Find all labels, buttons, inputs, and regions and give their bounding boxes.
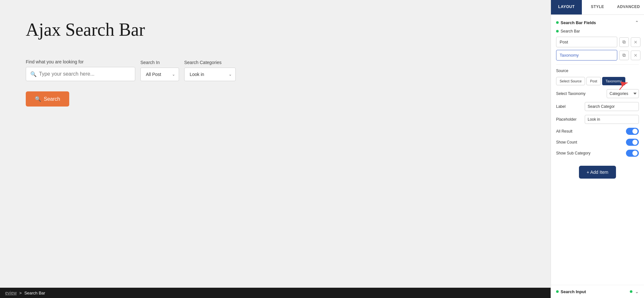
all-result-label: All Result [556, 129, 573, 134]
search-bar-sublabel: Search Bar [556, 29, 639, 33]
label-input[interactable] [585, 102, 639, 111]
placeholder-field-row: Placeholder [556, 115, 639, 124]
show-count-toggle[interactable] [626, 139, 639, 146]
select-taxonomy-select[interactable]: Categories [607, 89, 639, 98]
search-in-dropdown-wrapper: All Post ⌄ [140, 68, 179, 81]
search-in-label: Search In [140, 60, 179, 65]
search-categories-label: Search Categories [184, 60, 236, 65]
post-item-row: ⧉ ✕ [556, 37, 639, 47]
add-item-button[interactable]: + Add Item [579, 166, 616, 179]
taxonomy-item-input[interactable] [556, 50, 617, 61]
panel-tabs: LAYOUT STYLE ADVANCED [551, 0, 644, 15]
all-result-slider [626, 128, 639, 135]
taxonomy-item-row: ⧉ ✕ [556, 50, 639, 61]
label-field-label: Label [556, 104, 565, 109]
search-categories-group: Search Categories Look in ⌄ [184, 60, 236, 81]
source-field-row: Source [556, 69, 639, 73]
add-item-button-label: + Add Item [587, 170, 608, 175]
show-sub-category-label: Show Sub Category [556, 151, 591, 155]
search-input-section-chevron-icon[interactable]: ⌄ [635, 289, 639, 294]
search-button-label: Search [44, 96, 60, 102]
search-field-group: Find what you are looking for 🔍 [26, 59, 135, 81]
select-taxonomy-row: Select Taxonomy Categories [556, 89, 639, 98]
search-in-select[interactable]: All Post [140, 68, 179, 81]
taxonomy-source-button[interactable]: Taxonomy [602, 77, 625, 85]
show-sub-category-toggle[interactable] [626, 150, 639, 157]
search-input[interactable] [26, 67, 135, 81]
breadcrumb-separator: > [19, 291, 22, 295]
taxonomy-remove-button[interactable]: ✕ [631, 51, 640, 60]
search-bar-fields-title: Search Bar Fields [561, 20, 596, 25]
search-button-icon: 🔍 [35, 96, 41, 102]
search-section: Find what you are looking for 🔍 Search I… [26, 59, 525, 107]
search-bar-fields-green-dot [556, 21, 559, 24]
label-field-row: Label [556, 102, 639, 111]
bottom-bar: eview > Search Bar [0, 288, 551, 298]
tab-layout[interactable]: LAYOUT [551, 0, 582, 14]
search-input-section-controls: ⌄ [630, 289, 639, 294]
show-count-row: Show Count [556, 139, 639, 146]
search-in-group: Search In All Post ⌄ [140, 60, 179, 81]
search-icon-input: 🔍 [30, 71, 37, 77]
find-label: Find what you are looking for [26, 59, 135, 64]
show-count-label: Show Count [556, 140, 577, 144]
page-title: Ajax Search Bar [26, 19, 525, 40]
review-link[interactable]: eview [5, 290, 17, 295]
main-content: Ajax Search Bar Find what you are lookin… [0, 0, 551, 298]
all-result-toggle[interactable] [626, 128, 639, 135]
section-collapse-icon[interactable]: ⌃ [635, 20, 639, 25]
source-buttons-group: Select Source Post Taxonomy [556, 77, 639, 85]
post-source-button[interactable]: Post [586, 77, 601, 85]
search-bar-sublabel-dot [556, 30, 559, 33]
breadcrumb-item: Search Bar [24, 291, 45, 295]
search-input-section-status-dot [630, 290, 632, 293]
search-input-section-dot [556, 290, 559, 293]
search-bar-fields-header: Search Bar Fields ⌃ [556, 20, 639, 25]
all-result-row: All Result [556, 128, 639, 135]
divider-1 [556, 64, 639, 65]
search-input-section-label: Search Input [561, 289, 586, 294]
show-sub-category-slider [626, 150, 639, 157]
search-categories-select[interactable]: Look in [184, 68, 236, 81]
search-button[interactable]: 🔍 Search [26, 91, 69, 107]
search-bar-sublabel-text: Search Bar [561, 29, 580, 33]
post-copy-button[interactable]: ⧉ [619, 37, 629, 47]
search-categories-dropdown-wrapper: Look in ⌄ [184, 68, 236, 81]
search-row: Find what you are looking for 🔍 Search I… [26, 59, 525, 81]
post-item-input[interactable] [556, 37, 617, 47]
panel-body: Search Bar Fields ⌃ Search Bar ⧉ ✕ ⧉ ✕ S… [551, 15, 644, 285]
search-input-section: Search Input ⌄ [551, 285, 644, 298]
taxonomy-copy-button[interactable]: ⧉ [619, 51, 629, 60]
post-remove-button[interactable]: ✕ [631, 37, 640, 47]
select-source-button[interactable]: Select Source [556, 77, 585, 85]
right-panel: LAYOUT STYLE ADVANCED Search Bar Fields … [551, 0, 644, 298]
search-input-wrapper: 🔍 [26, 67, 135, 81]
tab-style[interactable]: STYLE [582, 0, 613, 14]
add-item-wrapper: + Add Item [556, 161, 639, 184]
placeholder-field-label: Placeholder [556, 117, 576, 122]
tab-advanced[interactable]: ADVANCED [613, 0, 644, 14]
placeholder-input[interactable] [585, 115, 639, 124]
show-sub-category-row: Show Sub Category [556, 150, 639, 157]
select-taxonomy-label: Select Taxonomy [556, 91, 585, 96]
show-count-slider [626, 139, 639, 146]
source-label: Source [556, 69, 568, 73]
